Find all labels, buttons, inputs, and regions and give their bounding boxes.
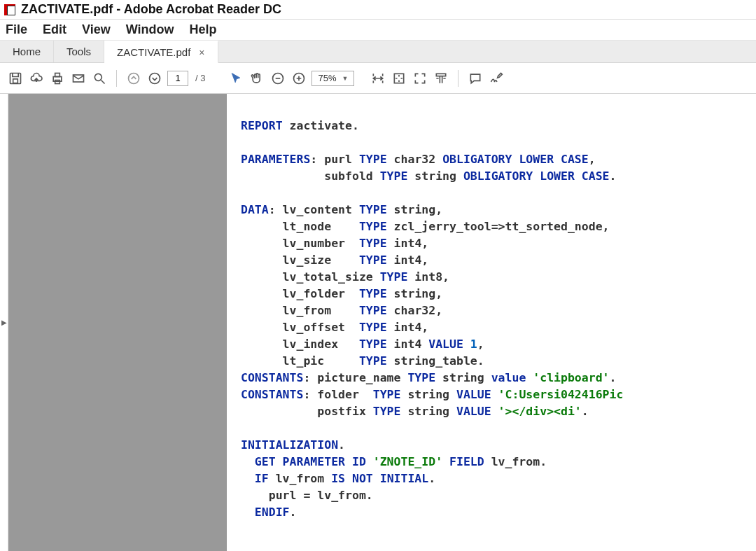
zoom-out-icon[interactable] <box>270 70 286 87</box>
svg-rect-3 <box>55 73 60 76</box>
zoom-dropdown[interactable]: 75% ▼ <box>312 71 354 86</box>
page-margin <box>8 94 227 551</box>
acrobat-icon <box>4 4 15 15</box>
fullscreen-icon[interactable] <box>412 70 428 87</box>
triangle-right-icon: ▶ <box>1 319 7 326</box>
search-icon[interactable] <box>91 70 108 87</box>
page-up-icon[interactable] <box>125 70 142 87</box>
fit-width-icon[interactable] <box>370 70 386 87</box>
zoom-in-icon[interactable] <box>290 70 307 87</box>
separator <box>458 70 458 87</box>
tab-strip: Home Tools ZACTIVATE.pdf × <box>0 41 756 63</box>
save-icon[interactable] <box>7 70 24 87</box>
read-mode-icon[interactable] <box>433 70 449 87</box>
svg-rect-1 <box>13 78 18 83</box>
tab-tools[interactable]: Tools <box>54 41 104 62</box>
menu-view[interactable]: View <box>82 22 111 37</box>
menu-bar: File Edit View Window Help <box>0 20 756 41</box>
svg-point-6 <box>94 74 102 81</box>
tab-home[interactable]: Home <box>0 41 54 62</box>
svg-rect-12 <box>437 74 446 76</box>
svg-point-7 <box>129 73 139 83</box>
close-icon[interactable]: × <box>199 48 204 57</box>
source-code: REPORT zactivate. PARAMETERS: purl TYPE … <box>241 118 756 521</box>
document-page: REPORT zactivate. PARAMETERS: purl TYPE … <box>227 94 756 551</box>
tab-document-label: ZACTIVATE.pdf <box>117 46 190 58</box>
fit-page-icon[interactable] <box>391 70 407 87</box>
select-tool-icon[interactable] <box>227 70 244 87</box>
toolbar: / 3 75% ▼ <box>0 63 756 94</box>
mail-icon[interactable] <box>70 70 87 87</box>
menu-window[interactable]: Window <box>126 22 174 37</box>
print-icon[interactable] <box>49 70 66 87</box>
menu-help[interactable]: Help <box>190 22 217 37</box>
chevron-down-icon: ▼ <box>342 75 349 82</box>
svg-point-8 <box>150 73 160 83</box>
comment-icon[interactable] <box>467 70 484 87</box>
menu-file[interactable]: File <box>6 22 27 37</box>
menu-edit[interactable]: Edit <box>43 22 66 37</box>
content-area: ▶ REPORT zactivate. PARAMETERS: purl TYP… <box>0 94 756 551</box>
page-total-label: / 3 <box>195 73 205 83</box>
window-title: ZACTIVATE.pdf - Adobe Acrobat Reader DC <box>21 2 281 17</box>
page-down-icon[interactable] <box>146 70 163 87</box>
sign-icon[interactable] <box>488 70 505 87</box>
separator <box>116 70 117 87</box>
zoom-value: 75% <box>318 73 336 83</box>
cloud-icon[interactable] <box>28 70 45 87</box>
hand-tool-icon[interactable] <box>248 70 265 87</box>
sidebar-toggle[interactable]: ▶ <box>0 94 8 551</box>
tab-document[interactable]: ZACTIVATE.pdf × <box>104 41 218 63</box>
page-number-input[interactable] <box>167 71 188 86</box>
title-bar: ZACTIVATE.pdf - Adobe Acrobat Reader DC <box>0 0 756 20</box>
